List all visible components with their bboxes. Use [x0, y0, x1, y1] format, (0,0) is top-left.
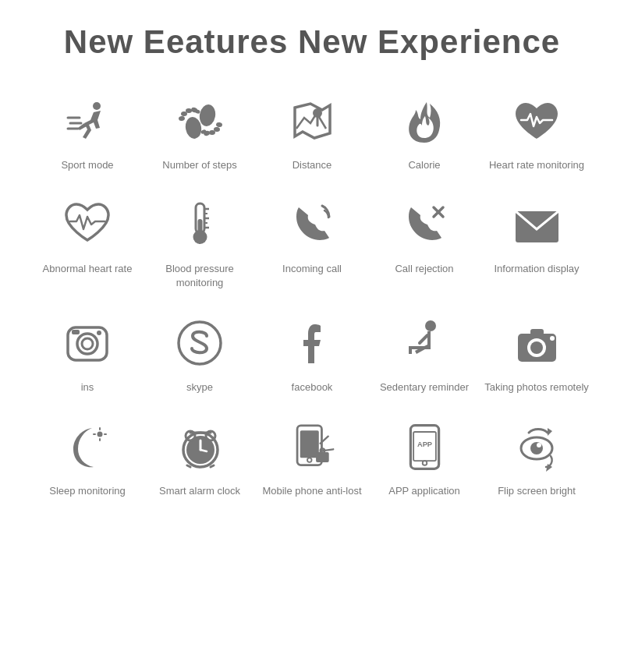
facebook-icon	[281, 314, 343, 373]
feature-app: APP APP application	[368, 410, 480, 506]
svg-line-53	[187, 465, 190, 467]
sleep-icon	[56, 418, 119, 476]
ins-label: ins	[81, 380, 94, 394]
svg-point-0	[93, 102, 101, 110]
feature-info-display: Information display	[480, 188, 593, 298]
page: New Eeatures New Experience Sport mode	[0, 0, 624, 545]
page-title: New Eeatures New Experience	[31, 23, 593, 61]
svg-point-30	[82, 338, 93, 349]
feature-steps: Number of steps	[144, 84, 256, 180]
sleep-label: Sleep monitoring	[49, 484, 126, 498]
feature-sleep: Sleep monitoring	[31, 410, 144, 506]
feature-incoming-call: Incoming call	[256, 188, 368, 298]
app-label: APP application	[388, 484, 460, 498]
svg-point-66	[537, 443, 541, 447]
flipscreen-label: Flip screen bright	[498, 484, 576, 498]
feature-antilost: Mobile phone anti-lost	[256, 410, 368, 506]
distance-label: Distance	[292, 158, 332, 172]
feature-camera: Taking photos remotely	[480, 306, 593, 402]
svg-point-65	[530, 442, 543, 454]
ins-icon	[56, 314, 119, 373]
feature-heartrate: Heart rate monitoring	[480, 84, 593, 180]
sedentary-label: Sedentary reminder	[380, 380, 469, 394]
feature-ins: ins	[31, 306, 144, 402]
features-grid: Sport mode	[31, 84, 593, 506]
abnormal-heart-icon	[56, 196, 119, 254]
feature-sport-mode: Sport mode	[31, 84, 144, 180]
flipscreen-icon	[505, 418, 568, 476]
alarm-label: Smart alarm clock	[159, 484, 240, 498]
feature-sedentary: Sedentary reminder	[368, 306, 480, 402]
calorie-icon	[393, 92, 456, 150]
alarm-icon	[168, 418, 231, 476]
svg-rect-39	[530, 329, 544, 335]
svg-point-5	[179, 115, 186, 121]
feature-skype: skype	[144, 306, 256, 402]
app-icon: APP	[393, 418, 456, 476]
heartrate-label: Heart rate monitoring	[489, 158, 584, 172]
svg-point-57	[307, 458, 312, 462]
sedentary-icon	[393, 314, 456, 373]
svg-point-31	[97, 331, 101, 335]
sport-mode-icon	[56, 92, 119, 150]
svg-point-11	[216, 122, 223, 127]
info-display-label: Information display	[494, 262, 579, 276]
svg-point-63	[422, 461, 427, 465]
call-rejection-label: Call rejection	[395, 262, 453, 276]
svg-point-10	[198, 103, 218, 127]
heartrate-icon	[505, 92, 568, 150]
feature-facebook: facebook	[256, 306, 368, 402]
feature-abnormal-heart: Abnormal heart rate	[31, 188, 144, 298]
svg-point-41	[97, 431, 102, 437]
svg-point-40	[550, 336, 555, 341]
feature-flipscreen: Flip screen bright	[480, 410, 593, 506]
calorie-label: Calorie	[408, 158, 440, 172]
steps-label: Number of steps	[162, 158, 236, 172]
svg-point-16	[313, 108, 322, 118]
camera-label: Taking photos remotely	[484, 380, 589, 394]
incoming-call-icon	[281, 196, 343, 254]
facebook-label: facebook	[292, 380, 333, 394]
distance-icon	[281, 92, 343, 150]
svg-point-19	[193, 230, 207, 244]
svg-line-54	[211, 465, 214, 467]
blood-pressure-label: Blood pressure monitoring	[147, 262, 252, 290]
svg-line-35	[420, 335, 427, 343]
feature-blood-pressure: Blood pressure monitoring	[144, 188, 256, 298]
feature-calorie: Calorie	[368, 84, 480, 180]
skype-icon	[168, 314, 231, 373]
antilost-label: Mobile phone anti-lost	[262, 484, 361, 498]
svg-point-34	[425, 320, 436, 331]
svg-point-38	[530, 341, 543, 354]
camera-icon	[505, 314, 568, 373]
blood-pressure-icon	[168, 196, 231, 254]
sport-mode-label: Sport mode	[61, 158, 113, 172]
incoming-call-label: Incoming call	[282, 262, 342, 276]
antilost-icon	[281, 418, 343, 476]
feature-alarm: Smart alarm clock	[144, 410, 256, 506]
feature-call-rejection: Call rejection	[368, 188, 480, 298]
feature-distance: Distance	[256, 84, 368, 180]
call-rejection-icon	[393, 196, 456, 254]
svg-text:APP: APP	[417, 440, 431, 447]
info-display-icon	[505, 196, 568, 254]
abnormal-heart-label: Abnormal heart rate	[43, 262, 133, 276]
svg-rect-32	[72, 330, 80, 334]
skype-label: skype	[186, 380, 213, 394]
svg-marker-67	[548, 428, 552, 436]
steps-icon	[168, 92, 231, 150]
svg-point-29	[77, 334, 98, 354]
